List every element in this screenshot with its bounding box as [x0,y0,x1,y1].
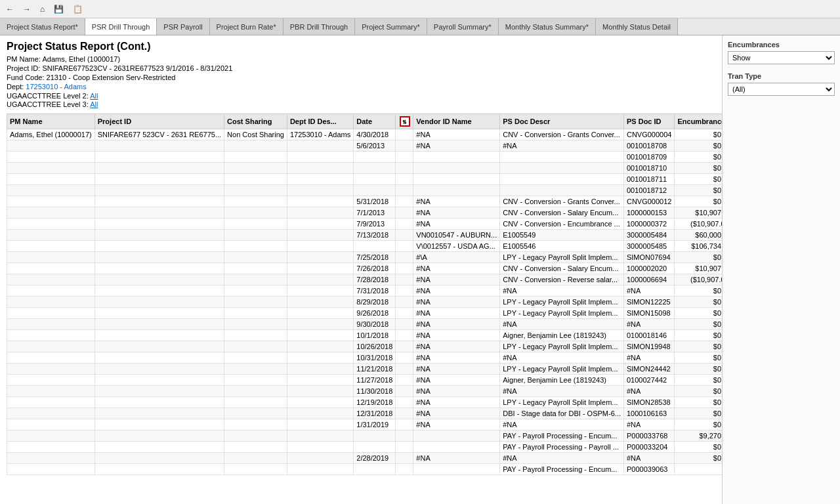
table-cell-2 [224,364,287,375]
table-cell-6: #NA [413,129,500,140]
table-cell-4: 11/27/2018 [354,375,396,386]
table-cell-4 [354,163,396,174]
table-cell-8: 0010018712 [623,185,675,196]
table-cell-9: $0.00 [675,285,722,297]
table-cell-4: 7/28/2018 [354,274,396,285]
table-cell-8: P000033768 [623,430,675,442]
table-cell-9: $0.00 [675,386,722,397]
table-cell-9: $0.00 [675,185,722,196]
tab-payroll-summary[interactable]: Payroll Summary* [427,18,499,35]
table-cell-9: $10,907.00 [675,207,722,219]
ugacc-level3-label: UGAACCTTREE Level 3: [7,100,89,108]
table-cell-3 [287,152,353,163]
tab-project-burn-rate[interactable]: Project Burn Rate* [210,18,284,35]
table-cell-4: 10/31/2018 [354,352,396,364]
table-cell-8: SIMON28538 [623,397,675,408]
encumbrances-select[interactable]: Show [728,51,835,64]
table-cell-4: 7/31/2018 [354,285,396,297]
table-cell-1 [94,453,224,464]
save-button[interactable]: 💾 [51,3,67,16]
copy-button[interactable]: 📋 [70,3,86,16]
dept-label: Dept: [7,83,24,91]
table-cell-1 [94,341,224,352]
table-cell-4: 9/26/2018 [354,308,396,319]
table-cell-4: 7/13/2018 [354,230,396,241]
table-row: 0010018709$0.00$0.00 [7,152,723,163]
table-cell-3 [287,196,353,207]
table-cell-2 [224,419,287,430]
table-cell-4 [354,152,396,163]
col-header-9: Encumbrance... [675,114,722,129]
pm-name-label: PM Name: [7,55,41,63]
table-cell-8: SIMON19948 [623,341,675,352]
table-cell-6: #NA [413,297,500,308]
home-button[interactable]: ⌂ [37,3,48,16]
table-cell-6: #NA [413,397,500,408]
table-cell-0 [7,252,95,263]
table-cell-5 [396,263,413,274]
sort-button[interactable]: ⇅ [400,116,410,127]
table-cell-2 [224,196,287,207]
table-row: 11/27/2018#NAAigner, Benjamin Lee (18192… [7,375,723,386]
table-cell-9: $0.00 [675,352,722,364]
tab-project-summary[interactable]: Project Summary* [355,18,427,35]
toolbar: ← → ⌂ 💾 📋 [0,0,840,18]
table-cell-5 [396,319,413,330]
table-cell-9: $0.00 [675,408,722,419]
table-cell-5 [396,397,413,408]
table-cell-0: Adams, Ethel (10000017) [7,129,95,140]
table-cell-1 [94,408,224,419]
table-cell-5 [396,386,413,397]
table-cell-6 [413,163,500,174]
table-cell-2 [224,330,287,341]
dept-link[interactable]: 17253010 - Adams [26,83,86,91]
table-cell-7 [500,174,624,185]
table-cell-9: $0.00 [675,341,722,352]
tran-type-select[interactable]: (All) [728,83,835,96]
table-cell-5 [396,207,413,219]
ugacc-level2-link[interactable]: All [90,92,98,100]
table-cell-2 [224,352,287,364]
table-row: 7/28/2018#NACNV - Conversion - Reverse s… [7,274,723,285]
table-cell-0 [7,408,95,419]
tab-project-status-report[interactable]: Project Status Report* [0,18,85,35]
table-cell-8: 0100018146 [623,330,675,341]
forward-button[interactable]: → [20,3,34,16]
table-cell-3 [287,442,353,453]
tab-psr-drill-through[interactable]: PSR Drill Through [85,18,157,35]
tab-psr-payroll[interactable]: PSR Payroll [157,18,209,35]
tab-monthly-status-detail[interactable]: Monthly Status Detail [596,18,678,35]
table-cell-9 [675,464,722,475]
table-cell-1 [94,241,224,252]
table-cell-3 [287,163,353,174]
tab-pbr-drill-through[interactable]: PBR Drill Through [284,18,355,35]
table-cell-1 [94,330,224,341]
table-cell-8: P000033204 [623,442,675,453]
back-button[interactable]: ← [3,3,17,16]
ugacc-level3-link[interactable]: All [90,100,98,108]
table-cell-8: 0010018708 [623,140,675,152]
tab-monthly-status-summary[interactable]: Monthly Status Summary* [499,18,596,35]
table-cell-0 [7,397,95,408]
table-cell-5 [396,140,413,152]
table-cell-0 [7,330,95,341]
table-cell-8: 1000000153 [623,207,675,219]
table-cell-6: #NA [413,285,500,297]
table-cell-6: #NA [413,207,500,219]
table-cell-2 [224,252,287,263]
table-cell-4: 11/30/2018 [354,386,396,397]
table-cell-1 [94,230,224,241]
table-cell-1: SNIFARE677 523CV - 2631 RE6775... [94,129,224,140]
table-cell-2 [224,442,287,453]
table-cell-5 [396,364,413,375]
table-cell-0 [7,185,95,196]
table-cell-1 [94,352,224,364]
table-cell-9: $0.00 [675,319,722,330]
table-row: 7/9/2013#NACNV - Conversion - Encumbranc… [7,219,723,230]
table-cell-2: Non Cost Sharing [224,129,287,140]
col-header-5[interactable]: ⇅ [396,114,413,129]
table-cell-1 [94,364,224,375]
table-cell-1 [94,397,224,408]
table-cell-8: SIMON24442 [623,364,675,375]
table-cell-7: LPY - Legacy Payroll Split Implem... [500,397,624,408]
